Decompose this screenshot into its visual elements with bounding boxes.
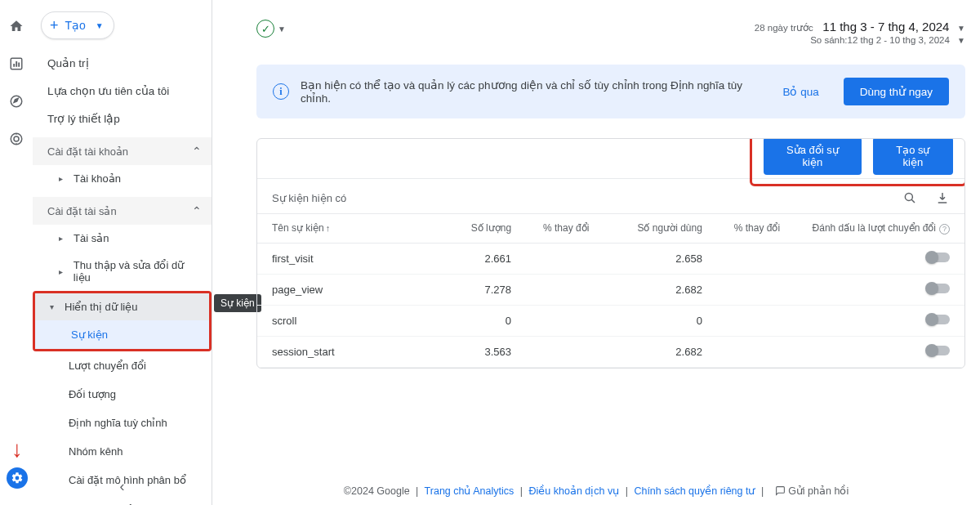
edit-event-button[interactable]: Sửa đổi sự kiện xyxy=(764,138,862,175)
date-range-picker[interactable]: 28 ngày trước 11 thg 3 - 7 thg 4, 2024 ▼… xyxy=(755,20,965,45)
home-icon[interactable] xyxy=(8,18,24,34)
feedback-link[interactable]: Gửi phản hồi xyxy=(775,485,849,497)
cell-pct2 xyxy=(717,274,795,305)
cell-pct2 xyxy=(717,305,795,336)
help-icon[interactable]: ? xyxy=(939,224,950,235)
cell-name: first_visit xyxy=(257,243,448,274)
footer-link-terms[interactable]: Điều khoản dịch vụ xyxy=(529,485,620,497)
date-range-main: 11 thg 3 - 7 thg 4, 2024 xyxy=(822,20,949,34)
banner-message: Bạn hiện có thể tạo và quản lý các phươn… xyxy=(301,78,758,105)
chevron-down-icon: ▼ xyxy=(278,25,286,34)
gear-icon xyxy=(7,467,28,489)
footer-link-privacy[interactable]: Chính sách quyền riêng tư xyxy=(634,485,755,497)
annotation-highlight-buttons: Sửa đổi sự kiện Tạo sự kiện xyxy=(750,138,965,186)
cell-count: 3.563 xyxy=(448,336,526,367)
cell-count: 7.278 xyxy=(448,274,526,305)
annotation-arrow: ↓ xyxy=(11,438,23,461)
cell-count: 2.661 xyxy=(448,243,526,274)
chevron-up-icon: ⌃ xyxy=(192,145,202,158)
sidebar-leaf-identity[interactable]: Thông tin nhận dạng trong … xyxy=(33,494,212,505)
cell-toggle xyxy=(795,305,964,336)
annotation-highlight-sidebar: ▾ Hiển thị dữ liệu Sự kiện xyxy=(33,291,212,351)
admin-gear-wrap[interactable] xyxy=(7,467,28,489)
caret-right-icon: ▸ xyxy=(59,174,67,183)
date-range-compare: So sánh:12 thg 2 - 10 thg 3, 2024 ▼ xyxy=(755,35,965,45)
sidebar-heading-property[interactable]: Cài đặt tài sản ⌃ xyxy=(33,197,212,225)
create-button[interactable]: + Tạo ▼ xyxy=(41,11,114,39)
caret-right-icon: ▸ xyxy=(59,267,67,276)
chevron-up-icon: ⌃ xyxy=(192,204,202,217)
cell-users: 2.682 xyxy=(604,336,717,367)
cell-users: 2.682 xyxy=(604,274,717,305)
cell-toggle xyxy=(795,274,964,305)
sidebar-leaf-channel-groups[interactable]: Nhóm kênh xyxy=(33,437,212,466)
cell-pct1 xyxy=(526,305,604,336)
sidebar-item-admin[interactable]: Quản trị xyxy=(33,49,212,77)
cell-name: session_start xyxy=(257,336,448,367)
cell-pct1 xyxy=(526,243,604,274)
col-pct2[interactable]: % thay đổi xyxy=(717,214,795,244)
svg-point-5 xyxy=(11,133,22,145)
info-icon: i xyxy=(273,83,289,100)
chevron-down-icon: ▼ xyxy=(96,21,104,30)
table-title: Sự kiện hiện có xyxy=(272,192,346,204)
table-row[interactable]: page_view 7.278 2.682 xyxy=(257,274,964,305)
col-count[interactable]: Số lượng xyxy=(448,214,526,244)
table-row[interactable]: first_visit 2.661 2.658 xyxy=(257,243,964,274)
footer: ©2024 Google | Trang chủ Analytics | Điề… xyxy=(212,485,980,497)
events-card: Sửa đổi sự kiện Tạo sự kiện Sự kiện hiện… xyxy=(256,138,965,369)
conversion-toggle[interactable] xyxy=(927,346,950,355)
cell-toggle xyxy=(795,243,964,274)
sidebar-item-property[interactable]: ▸ Tài sản xyxy=(33,225,212,252)
sidebar-leaf-events[interactable]: Sự kiện xyxy=(35,320,209,349)
cell-toggle xyxy=(795,336,964,367)
create-event-button[interactable]: Tạo sự kiện xyxy=(873,138,953,175)
svg-rect-1 xyxy=(13,64,15,67)
left-rail xyxy=(0,0,33,505)
col-pct1[interactable]: % thay đổi xyxy=(526,214,604,244)
caret-right-icon: ▸ xyxy=(59,234,67,243)
sidebar-leaf-conversions[interactable]: Lượt chuyển đổi xyxy=(33,351,212,380)
conversion-toggle[interactable] xyxy=(927,252,950,262)
advertising-icon[interactable] xyxy=(8,131,24,147)
banner-cta-button[interactable]: Dùng thử ngay xyxy=(844,78,949,105)
sidebar-item-setup[interactable]: Trợ lý thiết lập xyxy=(33,105,212,132)
col-users[interactable]: Số người dùng xyxy=(604,214,717,244)
events-table: Tên sự kiện↑ Số lượng % thay đổi Số ngườ… xyxy=(257,213,964,368)
reports-icon[interactable] xyxy=(8,56,24,72)
svg-point-7 xyxy=(905,193,912,200)
svg-point-6 xyxy=(14,136,19,141)
admin-sidebar: + Tạo ▼ Quản trị Lựa chọn ưu tiên của tô… xyxy=(33,0,212,505)
cell-users: 0 xyxy=(604,305,717,336)
search-icon[interactable] xyxy=(902,190,917,205)
col-event-name[interactable]: Tên sự kiện↑ xyxy=(257,214,448,244)
sidebar-leaf-audiences[interactable]: Đối tượng xyxy=(33,380,212,409)
sidebar-item-prefs[interactable]: Lựa chọn ưu tiên của tôi xyxy=(33,77,212,105)
create-label: Tạo xyxy=(65,19,86,32)
conversion-toggle[interactable] xyxy=(927,284,950,293)
sidebar-item-data-display[interactable]: ▾ Hiển thị dữ liệu xyxy=(35,293,209,320)
download-icon[interactable] xyxy=(935,190,950,205)
sidebar-item-data-collection[interactable]: ▸ Thu thập và sửa đổi dữ liệu xyxy=(33,252,212,291)
footer-link-home[interactable]: Trang chủ Analytics xyxy=(425,485,514,497)
table-row[interactable]: scroll 0 0 xyxy=(257,305,964,336)
date-range-prefix: 28 ngày trước xyxy=(755,23,813,33)
svg-rect-2 xyxy=(16,61,17,67)
main-content: ✓ ▼ 28 ngày trước 11 thg 3 - 7 thg 4, 20… xyxy=(212,0,980,505)
conversion-toggle[interactable] xyxy=(927,315,950,324)
check-circle-icon: ✓ xyxy=(256,20,274,38)
top-bar: ✓ ▼ 28 ngày trước 11 thg 3 - 7 thg 4, 20… xyxy=(256,20,965,45)
cell-name: scroll xyxy=(257,305,448,336)
status-indicator[interactable]: ✓ ▼ xyxy=(256,20,286,38)
banner-skip-button[interactable]: Bỏ qua xyxy=(769,85,831,98)
explore-icon[interactable] xyxy=(8,93,24,109)
sidebar-leaf-custom-defs[interactable]: Định nghĩa tuỳ chỉnh xyxy=(33,409,212,437)
caret-down-icon: ▾ xyxy=(50,302,58,311)
cell-pct1 xyxy=(526,336,604,367)
collapse-sidebar-button[interactable]: ‹ xyxy=(120,478,125,495)
table-row[interactable]: session_start 3.563 2.682 xyxy=(257,336,964,367)
cell-users: 2.658 xyxy=(604,243,717,274)
col-conversion[interactable]: Đánh dấu là lượt chuyển đổi? xyxy=(795,214,964,244)
sidebar-heading-account[interactable]: Cài đặt tài khoản ⌃ xyxy=(33,137,212,165)
sidebar-item-account[interactable]: ▸ Tài khoản xyxy=(33,165,212,192)
